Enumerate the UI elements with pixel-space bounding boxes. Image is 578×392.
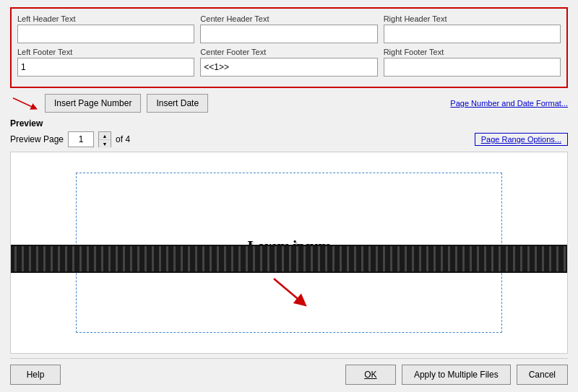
preview-canvas: Lorem ipsum xyxy=(10,152,568,354)
apply-to-multiple-button[interactable]: Apply to Multiple Files xyxy=(402,365,511,385)
left-footer-input[interactable] xyxy=(17,58,194,77)
center-header-label: Center Header Text xyxy=(200,14,377,23)
margin-bottom-line xyxy=(76,332,502,333)
left-footer-label: Left Footer Text xyxy=(17,48,194,56)
red-arrow-icon xyxy=(10,95,39,112)
page-number-date-format-link[interactable]: Page Number and Date Format... xyxy=(450,99,568,108)
header-footer-section: Left Header Text Center Header Text Righ… xyxy=(10,7,568,88)
center-footer-label: Center Footer Text xyxy=(200,48,377,56)
of-pages-text: of 4 xyxy=(116,134,130,144)
preview-section: Preview Preview Page ▲ ▼ of 4 Page Range… xyxy=(10,118,568,354)
margin-top-line xyxy=(76,173,502,173)
right-footer-input[interactable] xyxy=(384,58,561,77)
preview-red-arrow-icon xyxy=(267,273,310,309)
left-header-label: Left Header Text xyxy=(17,14,194,23)
svg-line-3 xyxy=(274,279,301,302)
center-header-input[interactable] xyxy=(200,25,377,43)
footer-inputs-row xyxy=(17,58,561,77)
right-header-input[interactable] xyxy=(384,25,561,43)
preview-controls: Preview Page ▲ ▼ of 4 Page Range Options… xyxy=(10,131,568,147)
spin-up-button[interactable]: ▲ xyxy=(99,132,111,140)
dialog: Left Header Text Center Header Text Righ… xyxy=(0,0,578,392)
help-button[interactable]: Help xyxy=(10,365,61,385)
ok-button[interactable]: OK xyxy=(345,365,396,385)
page-spinner[interactable]: ▲ ▼ xyxy=(98,131,111,147)
header-inputs-row xyxy=(17,25,561,43)
left-header-input[interactable] xyxy=(17,25,194,43)
cancel-button[interactable]: Cancel xyxy=(517,365,568,385)
preview-title: Preview xyxy=(10,118,568,129)
right-footer-label: Right Footer Text xyxy=(384,48,561,56)
preview-page-label: Preview Page xyxy=(10,134,64,144)
right-header-label: Right Header Text xyxy=(384,14,561,23)
center-footer-input[interactable] xyxy=(200,58,377,77)
footer-labels-row: Left Footer Text Center Footer Text Righ… xyxy=(17,48,561,56)
svg-line-1 xyxy=(13,98,35,108)
bottom-bar: Help OK Apply to Multiple Files Cancel xyxy=(10,358,568,385)
page-divider-band xyxy=(11,245,567,273)
insert-date-button[interactable]: Insert Date xyxy=(147,94,208,113)
insert-row: Insert Page Number Insert Date Page Numb… xyxy=(10,94,568,113)
insert-page-number-button[interactable]: Insert Page Number xyxy=(45,94,141,113)
page-range-options-button[interactable]: Page Range Options... xyxy=(475,133,568,146)
spin-down-button[interactable]: ▼ xyxy=(99,140,111,148)
header-labels-row: Left Header Text Center Header Text Righ… xyxy=(17,14,561,23)
preview-page-input[interactable] xyxy=(68,131,94,147)
